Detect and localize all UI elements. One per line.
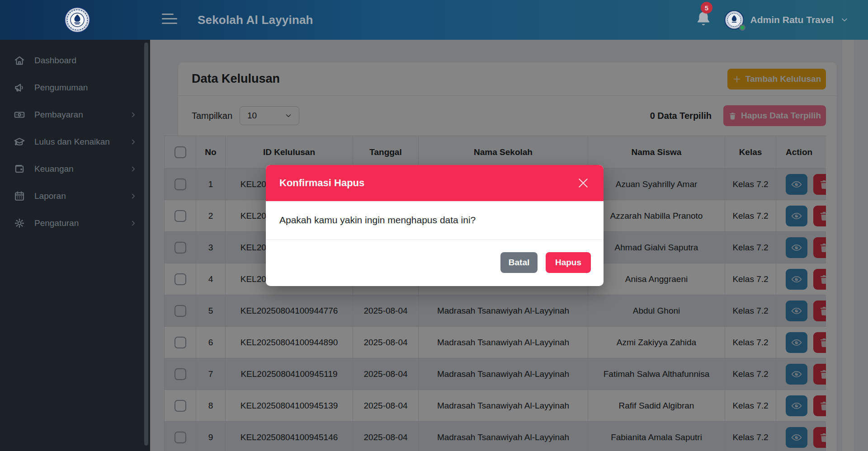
close-icon[interactable] bbox=[576, 176, 590, 190]
top-header: Sekolah Al Layyinah 5 Admin Ratu Travel bbox=[0, 0, 868, 40]
sidebar-scrollbar[interactable] bbox=[144, 42, 148, 446]
chevron-down-icon bbox=[840, 15, 849, 24]
wallet-icon bbox=[14, 163, 25, 175]
calendar-icon bbox=[14, 190, 25, 202]
avatar bbox=[724, 10, 744, 30]
notification-badge: 5 bbox=[701, 2, 712, 14]
sidebar-item-lulus-dan-kenaikan[interactable]: Lulus dan Kenaikan bbox=[0, 128, 150, 155]
sidebar-item-keuangan[interactable]: Keuangan bbox=[0, 155, 150, 183]
gear-icon bbox=[14, 217, 25, 229]
chevron-right-icon bbox=[129, 192, 137, 200]
sidebar-item-label: Pengaturan bbox=[34, 218, 129, 228]
sidebar-item-label: Laporan bbox=[34, 191, 129, 201]
app-title: Sekolah Al Layyinah bbox=[198, 0, 313, 40]
confirm-delete-button[interactable]: Hapus bbox=[546, 252, 591, 273]
sidebar-item-label: Keuangan bbox=[34, 164, 129, 174]
main-content: Data Kelulusan Tambah Kelulusan Tampilka… bbox=[150, 40, 868, 451]
chevron-right-icon bbox=[129, 219, 137, 227]
chevron-right-icon bbox=[129, 111, 137, 119]
cancel-button[interactable]: Batal bbox=[500, 252, 538, 273]
chevron-right-icon bbox=[129, 138, 137, 146]
bell-icon[interactable]: 5 bbox=[695, 10, 715, 32]
megaphone-icon bbox=[14, 82, 25, 94]
sidebar-item-label: Pembayaran bbox=[34, 110, 129, 120]
chevron-right-icon bbox=[129, 165, 137, 173]
home-icon bbox=[14, 55, 25, 66]
school-logo bbox=[64, 6, 91, 33]
confirm-delete-modal: Konfirmasi Hapus Apakah kamu yakin ingin… bbox=[266, 165, 604, 286]
hamburger-icon[interactable] bbox=[162, 14, 177, 26]
sidebar-item-label: Pengumuman bbox=[34, 83, 137, 93]
online-status-dot bbox=[739, 24, 745, 31]
modal-header: Konfirmasi Hapus bbox=[266, 165, 604, 201]
sidebar-item-label: Lulus dan Kenaikan bbox=[34, 137, 129, 147]
sidebar-item-label: Dashboard bbox=[34, 56, 137, 66]
sidebar: DashboardPengumumanPembayaranLulus dan K… bbox=[0, 40, 150, 451]
modal-title: Konfirmasi Hapus bbox=[279, 177, 364, 189]
graduation-icon bbox=[14, 136, 25, 148]
modal-footer: Batal Hapus bbox=[266, 240, 604, 286]
profile-menu[interactable]: Admin Ratu Travel bbox=[724, 0, 849, 40]
sidebar-item-pengumuman[interactable]: Pengumuman bbox=[0, 74, 150, 101]
sidebar-item-pengaturan[interactable]: Pengaturan bbox=[0, 210, 150, 237]
sidebar-item-laporan[interactable]: Laporan bbox=[0, 183, 150, 210]
profile-name: Admin Ratu Travel bbox=[750, 14, 834, 25]
modal-message: Apakah kamu yakin ingin menghapus data i… bbox=[266, 201, 604, 240]
sidebar-item-dashboard[interactable]: Dashboard bbox=[0, 47, 150, 74]
sidebar-item-pembayaran[interactable]: Pembayaran bbox=[0, 101, 150, 128]
banknote-icon bbox=[14, 109, 25, 121]
